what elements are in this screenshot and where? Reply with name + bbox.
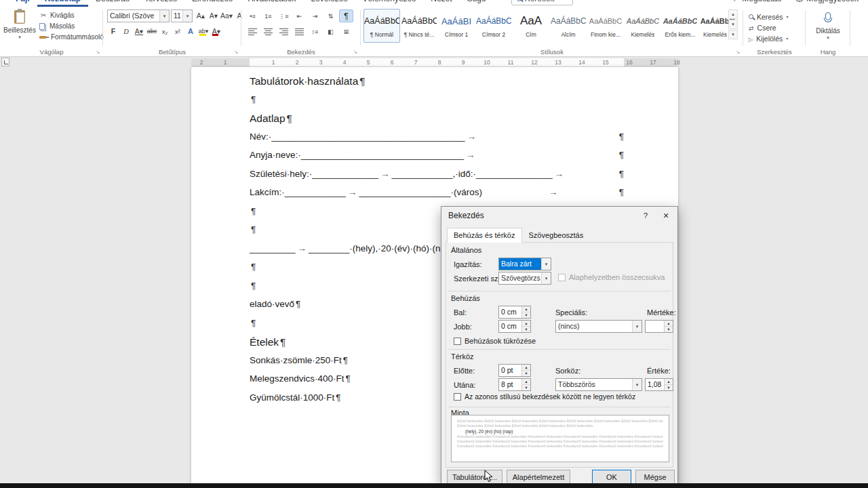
tab-elrendezés[interactable]: Elrendezés [184, 0, 240, 7]
highlight-button[interactable]: ab▾ [197, 25, 210, 37]
borders-button[interactable]: ⊞ [339, 25, 353, 38]
ok-button[interactable]: OK [592, 470, 631, 484]
dialog-launcher-icon[interactable]: ↘ [353, 49, 357, 55]
dictate-button[interactable]: Diktálás ▾ [811, 9, 845, 47]
bullets-button[interactable]: •≡ [245, 9, 260, 22]
line-spacing-combo[interactable]: Többszörös ▾ [555, 378, 642, 391]
find-button[interactable]: Keresés▾ [749, 12, 789, 22]
chevron-down-icon[interactable]: ▾ [159, 10, 169, 22]
comments-button[interactable]: Megjegyzések [796, 0, 859, 3]
font-color-button[interactable]: A▾ [210, 25, 222, 37]
increase-indent-button[interactable]: ⇥ [308, 9, 322, 22]
align-left-button[interactable] [245, 25, 260, 38]
indent-left-spinner[interactable]: 0 cm ▲▼ [498, 306, 531, 319]
style-erős-kiem[interactable]: AaÁáBbCErős kiem... [662, 9, 698, 43]
bold-button[interactable]: F [107, 25, 119, 37]
justify-button[interactable] [292, 25, 307, 38]
by-spinner[interactable]: ▲▼ [645, 320, 673, 333]
italic-button[interactable]: D [120, 25, 132, 37]
grow-font-button[interactable]: A▴ [195, 9, 207, 22]
subscript-button[interactable]: x₂ [159, 25, 171, 37]
tab-file[interactable]: Fájl [8, 0, 37, 6]
chevron-down-icon[interactable]: ▾ [541, 258, 551, 270]
change-case-button[interactable]: Aa▾ [220, 9, 233, 22]
tab-hivatkozások[interactable]: Hivatkozások [240, 0, 303, 7]
style-nincs-té[interactable]: AaÁáBbCc¶ Nincs té... [401, 9, 437, 43]
collapsed-by-default-checkbox[interactable]: Alaphelyzetben összecsukva [558, 273, 665, 281]
spin-down-icon[interactable]: ▼ [522, 384, 530, 390]
gallery-down-button[interactable]: ▼ [728, 20, 738, 29]
special-combo[interactable]: (nincs) ▾ [555, 320, 642, 333]
alignment-combo[interactable]: Balra zárt ▾ [498, 258, 551, 270]
másolás-button[interactable]: Másolás [39, 21, 75, 31]
dialog-launcher-icon[interactable]: ↘ [234, 49, 238, 55]
outline-level-combo[interactable]: Szövegtörzs ▾ [498, 272, 551, 285]
tab-indents-spacing[interactable]: Behúzás és térköz [447, 228, 522, 243]
mirror-indents-checkbox[interactable]: Behúzások tükrözése [454, 337, 536, 345]
spin-up-icon[interactable]: ▲ [665, 379, 673, 384]
search-box[interactable]: Keresés [511, 0, 573, 5]
numbering-button[interactable]: 1≡ [261, 9, 275, 22]
style-kiemelés[interactable]: AaÁáBbCKiemelés [625, 9, 661, 43]
tab-kezdőlap[interactable]: Kezdőlap [37, 0, 88, 7]
help-button[interactable]: ? [635, 207, 656, 224]
tab-véleményezés[interactable]: Véleményezés [355, 0, 424, 7]
at-spinner[interactable]: 1,08 ▲▼ [645, 378, 673, 391]
dialog-titlebar[interactable]: Bekezdés ? ✕ [441, 207, 677, 224]
chevron-down-icon[interactable]: ▾ [541, 272, 551, 284]
style-cím[interactable]: AaACím [513, 9, 549, 43]
paste-button[interactable]: Beillesztés ▾ [3, 8, 37, 47]
spin-down-icon[interactable]: ▼ [665, 326, 673, 332]
kivágás-button[interactable]: ✂Kivágás [39, 10, 75, 20]
formátummásoló-button[interactable]: Formátummásoló [39, 32, 104, 42]
indent-right-spinner[interactable]: 0 cm ▲▼ [498, 320, 531, 333]
style-címsor-2[interactable]: AaÁáBbCCímsor 2 [475, 9, 512, 43]
spin-down-icon[interactable]: ▼ [522, 312, 530, 318]
style-normál[interactable]: AaÁáBbCc¶ Normál [363, 9, 400, 43]
cancel-button[interactable]: Mégse [635, 470, 675, 484]
align-right-button[interactable] [277, 25, 291, 38]
font-size-combo[interactable]: 11 ▾ [171, 9, 193, 22]
shrink-font-button[interactable]: A▾ [208, 9, 220, 22]
horizontal-ruler[interactable]: 21123456789101112131415161718 [0, 58, 868, 67]
spin-up-icon[interactable]: ▲ [522, 306, 530, 312]
sort-button[interactable]: ⇅ [323, 9, 338, 22]
tabs-button[interactable]: Tabulátorok... [447, 470, 502, 484]
tab-beszúrás[interactable]: Beszúrás [88, 0, 137, 7]
tab-levelezés[interactable]: Levelezés [304, 0, 355, 7]
strikethrough-button[interactable]: abc [146, 25, 158, 37]
superscript-button[interactable]: x² [172, 25, 184, 37]
replace-button[interactable]: Csere [749, 22, 776, 33]
decrease-indent-button[interactable]: ⇤ [292, 9, 307, 22]
tab-stop-selector[interactable] [1, 58, 9, 66]
select-button[interactable]: Kijelölés▾ [749, 33, 788, 43]
spacing-after-spinner[interactable]: 8 pt ▲▼ [498, 378, 531, 391]
tab-nézet[interactable]: Nézet [423, 0, 459, 7]
close-button[interactable]: ✕ [656, 207, 676, 224]
underline-button[interactable]: A▾ [133, 25, 145, 37]
dialog-launcher-icon[interactable]: ↘ [96, 49, 100, 55]
spacing-before-spinner[interactable]: 0 pt ▲▼ [498, 364, 531, 377]
spin-down-icon[interactable]: ▼ [522, 326, 530, 332]
multilevel-list-button[interactable]: ⋮≡ [277, 9, 291, 22]
line-spacing-button[interactable]: ↕≡ [308, 25, 322, 38]
text-effects-button[interactable]: A [184, 25, 197, 37]
align-center-button[interactable] [261, 25, 275, 38]
spin-down-icon[interactable]: ▼ [665, 384, 673, 390]
spin-up-icon[interactable]: ▲ [522, 321, 530, 326]
style-címsor-1[interactable]: AaÁáBICímsor 1 [438, 9, 475, 43]
gallery-up-button[interactable]: ▲ [728, 9, 738, 19]
gallery-expand-button[interactable]: ▼ [728, 30, 738, 39]
style-finom-kie[interactable]: AaÁáBbCFinom kie... [587, 9, 624, 43]
spin-up-icon[interactable]: ▲ [522, 365, 530, 370]
style-alcím[interactable]: AaÁáBbCAlcím [550, 9, 587, 43]
font-family-combo[interactable]: Calibri (Szöve ▾ [107, 9, 170, 22]
tab-súgó[interactable]: Súgó [460, 0, 494, 7]
shading-button[interactable]: ◧ [323, 25, 338, 38]
tab-line-page-breaks[interactable]: Szövegbeosztás [522, 228, 591, 243]
spin-down-icon[interactable]: ▼ [522, 370, 530, 376]
show-marks-button[interactable]: ¶ [339, 9, 353, 22]
share-button[interactable]: ↗ Megosztás [733, 0, 781, 3]
chevron-down-icon[interactable]: ▾ [632, 379, 642, 390]
chevron-down-icon[interactable]: ▾ [182, 10, 192, 22]
